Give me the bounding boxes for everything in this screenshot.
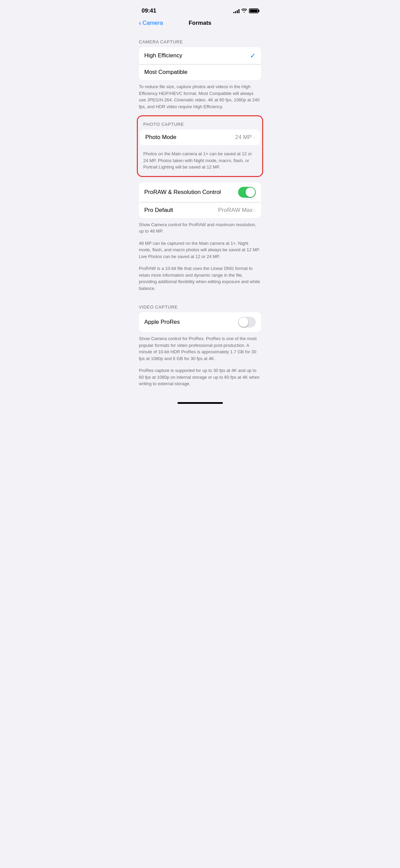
pro-default-label: Pro Default bbox=[144, 207, 173, 214]
video-capture-header: VIDEO CAPTURE bbox=[133, 304, 267, 312]
pro-default-value: ProRAW Max bbox=[218, 207, 253, 214]
video-capture-description-2: ProRes capture is supported for up to 30… bbox=[133, 367, 267, 393]
toggle-thumb bbox=[246, 188, 255, 197]
camera-capture-header: CAMERA CAPTURE bbox=[133, 39, 267, 47]
proraw-toggle[interactable] bbox=[238, 187, 256, 198]
back-chevron-icon: ‹ bbox=[139, 19, 141, 27]
camera-capture-card: High Efficiency ✓ Most Compatible bbox=[139, 47, 261, 80]
status-time: 09:41 bbox=[142, 7, 156, 14]
home-bar bbox=[177, 402, 223, 404]
proraw-label: ProRAW & Resolution Control bbox=[144, 189, 221, 196]
back-label: Camera bbox=[143, 20, 163, 26]
photo-mode-value-group: 24 MP › bbox=[235, 134, 255, 141]
apple-prores-label: Apple ProRes bbox=[144, 319, 180, 326]
wifi-icon bbox=[241, 8, 247, 14]
high-efficiency-checkmark: ✓ bbox=[250, 52, 256, 60]
proraw-description-1: Show Camera control for ProRAW and maxim… bbox=[133, 218, 267, 240]
back-button[interactable]: ‹ Camera bbox=[139, 19, 163, 27]
page-title: Formats bbox=[189, 20, 211, 26]
proraw-card: ProRAW & Resolution Control Pro Default … bbox=[139, 182, 261, 218]
proraw-toggle-row[interactable]: ProRAW & Resolution Control bbox=[139, 182, 261, 202]
video-capture-card: Apple ProRes bbox=[139, 312, 261, 332]
high-efficiency-row[interactable]: High Efficiency ✓ bbox=[139, 47, 261, 64]
pro-default-chevron-icon: › bbox=[254, 208, 256, 213]
pro-default-row[interactable]: Pro Default ProRAW Max › bbox=[139, 202, 261, 218]
home-indicator bbox=[133, 399, 267, 407]
signal-icon bbox=[233, 9, 239, 13]
apple-prores-toggle[interactable] bbox=[238, 317, 256, 328]
video-capture-description-1: Show Camera control for ProRes. ProRes i… bbox=[133, 332, 267, 367]
photo-capture-header: PHOTO CAPTURE bbox=[138, 116, 262, 130]
photo-mode-row[interactable]: Photo Mode 24 MP › bbox=[140, 130, 260, 145]
toggle-thumb-prores bbox=[239, 317, 248, 327]
apple-prores-row[interactable]: Apple ProRes bbox=[139, 312, 261, 332]
nav-bar: ‹ Camera Formats bbox=[133, 17, 267, 32]
most-compatible-label: Most Compatible bbox=[144, 69, 188, 76]
pro-default-value-group: ProRAW Max › bbox=[218, 207, 256, 214]
battery-icon bbox=[249, 8, 258, 13]
high-efficiency-label: High Efficiency bbox=[144, 52, 182, 59]
camera-capture-description: To reduce file size, capture photos and … bbox=[133, 80, 267, 115]
most-compatible-row[interactable]: Most Compatible bbox=[139, 64, 261, 80]
status-icons bbox=[233, 8, 258, 14]
photo-capture-highlight-box: PHOTO CAPTURE Photo Mode 24 MP › Photos … bbox=[137, 115, 263, 177]
proraw-description-2: 48 MP can be captured on the Main camera… bbox=[133, 240, 267, 265]
photo-capture-description: Photos on the Main camera at 1× can be s… bbox=[138, 147, 262, 176]
photo-capture-card: Photo Mode 24 MP › bbox=[140, 130, 260, 145]
photo-mode-chevron-icon: › bbox=[253, 135, 255, 140]
photo-mode-label: Photo Mode bbox=[145, 134, 176, 141]
proraw-description-3: ProRAW is a 10-bit file that uses the Li… bbox=[133, 265, 267, 297]
photo-mode-value: 24 MP bbox=[235, 134, 252, 141]
status-bar: 09:41 bbox=[133, 0, 267, 17]
